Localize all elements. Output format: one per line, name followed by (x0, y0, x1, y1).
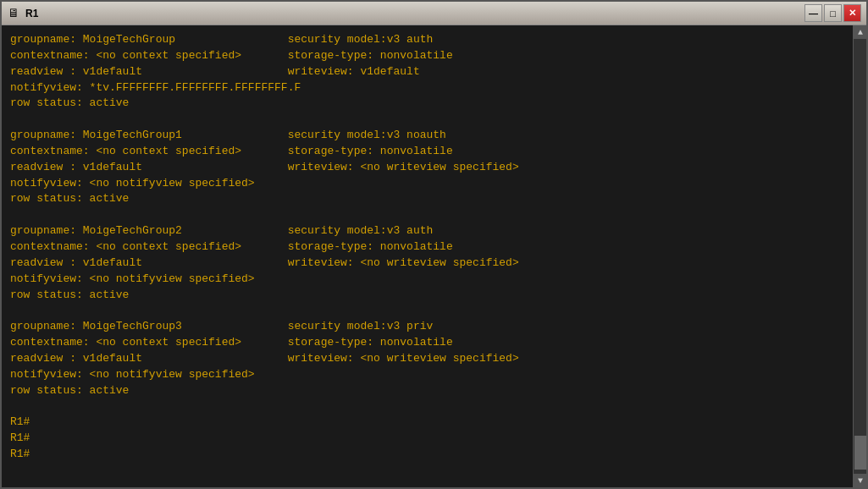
scroll-down-button[interactable]: ▼ (854, 474, 866, 487)
scrollbar[interactable]: ▲ ▼ (853, 25, 866, 487)
title-bar-left: 🖥 R1 (7, 7, 38, 20)
window-title: R1 (25, 8, 38, 19)
scroll-up-button[interactable]: ▲ (854, 25, 866, 39)
terminal-body: groupname: MoigeTechGroup security model… (2, 25, 866, 487)
app-icon: 🖥 (7, 7, 20, 20)
scrollbar-thumb[interactable] (854, 436, 866, 470)
window-controls: — □ ✕ (804, 4, 861, 22)
close-button[interactable]: ✕ (843, 4, 861, 22)
minimize-button[interactable]: — (804, 4, 822, 22)
terminal-output: groupname: MoigeTechGroup security model… (10, 32, 858, 463)
title-bar: 🖥 R1 — □ ✕ (2, 2, 866, 25)
maximize-button[interactable]: □ (824, 4, 842, 22)
window: 🖥 R1 — □ ✕ groupname: MoigeTechGroup sec… (0, 0, 868, 489)
